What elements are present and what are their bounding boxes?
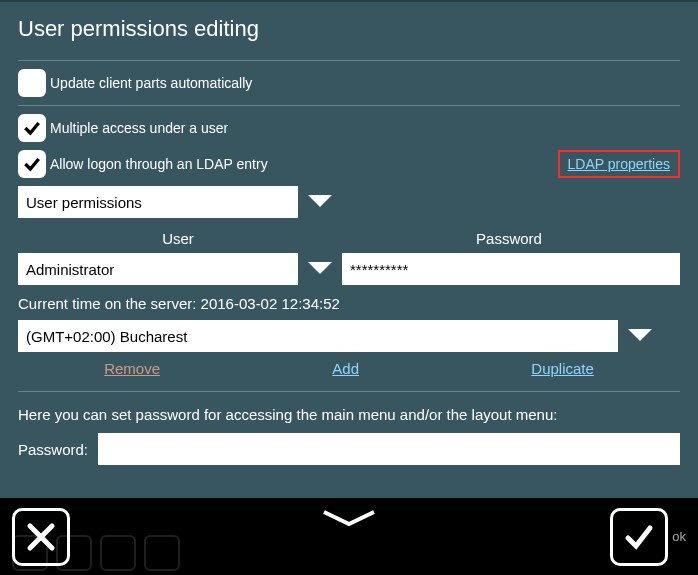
permissions-dropdown-row (18, 186, 680, 218)
menu-password-row: Password: (18, 433, 680, 465)
chevron-down-icon[interactable] (306, 193, 334, 211)
header-user: User (18, 230, 338, 247)
background-icons (12, 535, 180, 571)
checkbox-update-auto[interactable] (18, 69, 46, 97)
checkbox-update-auto-row: Update client parts automatically (18, 69, 680, 97)
user-password-row (18, 253, 680, 285)
permissions-dropdown[interactable] (18, 186, 298, 218)
page-title: User permissions editing (0, 2, 698, 60)
timezone-row (18, 320, 680, 352)
add-link[interactable]: Add (332, 360, 359, 377)
timezone-select[interactable] (18, 320, 618, 352)
actions-row: Remove Add Duplicate (18, 360, 680, 377)
checkbox-update-auto-label: Update client parts automatically (50, 75, 252, 91)
divider (18, 391, 680, 392)
duplicate-link[interactable]: Duplicate (531, 360, 594, 377)
checkbox-multiple-access-row: Multiple access under a user (18, 114, 680, 142)
check-icon (22, 118, 42, 138)
checkbox-allow-ldap[interactable] (18, 150, 46, 178)
ldap-properties-link[interactable]: LDAP properties (568, 156, 670, 172)
checkbox-ldap-row: Allow logon through an LDAP entry LDAP p… (18, 150, 680, 178)
bottom-bar: ok (0, 498, 698, 575)
menu-password-input[interactable] (98, 433, 680, 465)
ldap-properties-highlight: LDAP properties (558, 150, 680, 178)
menu-password-label: Password: (18, 441, 88, 458)
check-icon (622, 520, 656, 554)
checkbox-allow-ldap-label: Allow logon through an LDAP entry (50, 156, 268, 172)
remove-link[interactable]: Remove (104, 360, 160, 377)
column-headers: User Password (18, 230, 680, 247)
checkbox-multiple-access-label: Multiple access under a user (50, 120, 228, 136)
checkbox-multiple-access[interactable] (18, 114, 46, 142)
password-input[interactable] (342, 253, 680, 285)
user-select[interactable] (18, 253, 298, 285)
header-password: Password (338, 230, 680, 247)
chevron-down-icon[interactable] (306, 260, 334, 278)
divider (18, 60, 680, 61)
server-time-prefix: Current time on the server: (18, 295, 201, 312)
divider (18, 105, 680, 106)
expand-down-icon[interactable] (322, 510, 376, 528)
server-time: Current time on the server: 2016-03-02 1… (18, 295, 680, 312)
ok-label: ok (672, 529, 686, 544)
chevron-down-icon[interactable] (626, 327, 654, 345)
ok-button[interactable] (610, 508, 668, 566)
check-icon (22, 154, 42, 174)
password-description: Here you can set password for accessing … (18, 406, 680, 423)
server-time-value: 2016-03-02 12:34:52 (201, 295, 340, 312)
